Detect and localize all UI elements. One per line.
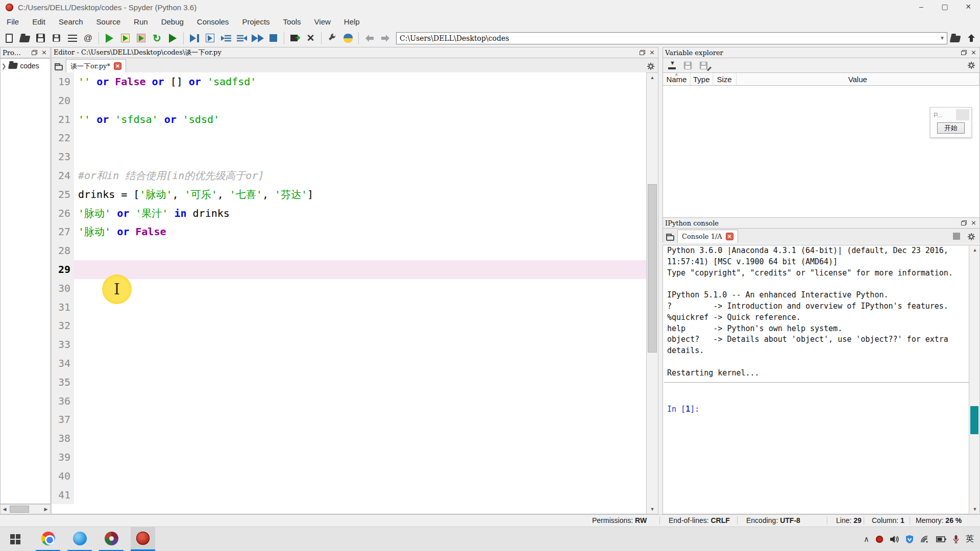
save-button[interactable]: [33, 31, 48, 46]
taskbar-app-blue[interactable]: [67, 527, 92, 551]
find-symbols-button[interactable]: @: [80, 31, 96, 46]
menu-view[interactable]: View: [308, 14, 337, 29]
run-file-button[interactable]: [102, 31, 117, 46]
menu-run[interactable]: Run: [127, 14, 155, 29]
new-file-button[interactable]: [1, 31, 17, 46]
taskbar-spyder-active[interactable]: [131, 527, 155, 551]
scroll-down-icon[interactable]: ▼: [647, 505, 658, 514]
maximize-pane-button[interactable]: ✕: [303, 31, 318, 46]
close-pane-icon[interactable]: ×: [649, 50, 655, 55]
back-button[interactable]: [361, 31, 377, 46]
editor-body[interactable]: 19'' or False or [] or 'sadfsd'2021'' or…: [51, 72, 646, 514]
menu-edit[interactable]: Edit: [26, 14, 52, 29]
variable-table-body[interactable]: [663, 86, 980, 217]
column-header-type[interactable]: Type: [691, 73, 713, 85]
save-all-button[interactable]: [48, 31, 64, 46]
close-pane-icon[interactable]: ×: [971, 50, 976, 55]
undock-icon[interactable]: [32, 50, 37, 55]
menu-debug[interactable]: Debug: [155, 14, 190, 29]
scroll-down-icon[interactable]: ▼: [969, 505, 980, 514]
variable-table-header[interactable]: Name∧TypeSizeValue: [663, 72, 980, 86]
browse-tabs-icon[interactable]: [666, 235, 674, 241]
console-tab[interactable]: Console 1/A ✕: [677, 230, 738, 243]
parent-directory-button[interactable]: [963, 31, 979, 46]
browse-tabs-icon[interactable]: [55, 65, 63, 70]
step-return-button[interactable]: [234, 31, 250, 46]
microphone-icon[interactable]: [953, 535, 959, 544]
variable-explorer-options-button[interactable]: [967, 61, 975, 69]
speaker-icon[interactable]: [890, 535, 899, 543]
console-scrollbar[interactable]: ▲ ▼: [969, 245, 980, 514]
start-button[interactable]: 开始: [937, 122, 965, 134]
run-cell-advance-button[interactable]: [133, 31, 149, 46]
scroll-thumb[interactable]: [10, 506, 29, 513]
menu-tools[interactable]: Tools: [277, 14, 308, 29]
taskbar-app-recorder[interactable]: [99, 527, 124, 551]
browse-directory-button[interactable]: [947, 31, 963, 46]
menu-consoles[interactable]: Consoles: [190, 14, 236, 29]
editor-tab[interactable]: 谈一下or.py* ✕: [66, 59, 126, 72]
new-window-button[interactable]: [287, 31, 303, 46]
close-tab-icon[interactable]: ✕: [114, 62, 121, 70]
maximize-button[interactable]: ▢: [933, 0, 957, 14]
file-switcher-button[interactable]: [64, 31, 80, 46]
undock-icon[interactable]: [961, 50, 967, 55]
debug-file-button[interactable]: [186, 31, 202, 46]
step-over-button[interactable]: [218, 31, 234, 46]
menu-search[interactable]: Search: [52, 14, 90, 29]
scroll-left-icon[interactable]: ◀: [1, 507, 9, 512]
interrupt-kernel-button[interactable]: [953, 233, 960, 240]
save-data-button[interactable]: [683, 61, 692, 70]
chevron-down-icon[interactable]: ▼: [940, 35, 945, 41]
rerun-cell-button[interactable]: ↻: [149, 31, 165, 46]
ime-indicator[interactable]: 英: [966, 534, 974, 544]
continue-button[interactable]: [250, 31, 265, 46]
project-tree[interactable]: ❯ codes: [0, 58, 51, 504]
close-tab-icon[interactable]: ✕: [726, 233, 733, 240]
scroll-right-icon[interactable]: ▶: [42, 507, 50, 512]
debug-cell-button[interactable]: [202, 31, 218, 46]
project-horizontal-scrollbar[interactable]: ◀ ▶: [0, 504, 51, 514]
pythonpath-button[interactable]: [340, 31, 356, 46]
scroll-thumb[interactable]: [648, 184, 657, 353]
network-icon[interactable]: [920, 535, 929, 543]
run-cell-button[interactable]: [117, 31, 133, 46]
scroll-up-icon[interactable]: ▲: [647, 73, 658, 82]
tray-expand-icon[interactable]: ∧: [864, 535, 869, 544]
chevron-right-icon[interactable]: ❯: [2, 63, 6, 69]
taskbar-chrome[interactable]: [36, 527, 60, 551]
column-header-value[interactable]: Value: [737, 73, 979, 85]
menu-file[interactable]: File: [0, 14, 26, 29]
minimize-button[interactable]: –: [910, 0, 933, 14]
close-button[interactable]: ✕: [957, 0, 980, 14]
close-pane-icon[interactable]: ×: [971, 220, 976, 226]
run-config-icon: [169, 34, 177, 43]
battery-icon[interactable]: [936, 536, 946, 542]
column-header-size[interactable]: Size: [713, 73, 737, 85]
close-pane-icon[interactable]: ×: [41, 50, 47, 55]
editor-vertical-scrollbar[interactable]: ▲ ▼: [646, 72, 658, 514]
undock-icon[interactable]: [961, 220, 967, 226]
editor-options-button[interactable]: [647, 62, 655, 70]
scroll-thumb[interactable]: [970, 406, 978, 434]
menu-help[interactable]: Help: [337, 14, 366, 29]
undock-icon[interactable]: [640, 50, 645, 55]
start-button[interactable]: [3, 527, 28, 551]
shield-icon[interactable]: [905, 535, 914, 544]
console-output[interactable]: Python 3.6.0 |Anaconda 4.3.1 (64-bit)| (…: [663, 245, 980, 514]
console-options-button[interactable]: [967, 233, 975, 241]
stop-debug-button[interactable]: [265, 31, 281, 46]
forward-button[interactable]: [377, 31, 393, 46]
menu-source[interactable]: Source: [90, 14, 128, 29]
scroll-up-icon[interactable]: ▲: [969, 245, 980, 255]
column-header-name[interactable]: Name∧: [663, 73, 691, 85]
import-data-button[interactable]: [668, 61, 676, 69]
recording-indicator-icon[interactable]: [876, 536, 883, 543]
preferences-button[interactable]: [324, 31, 340, 46]
open-file-button[interactable]: [17, 31, 33, 46]
save-data-as-button[interactable]: [699, 61, 708, 70]
project-item-codes[interactable]: ❯ codes: [1, 59, 50, 73]
working-directory-combo[interactable]: C:\Users\DELL\Desktop\codes ▼: [396, 32, 947, 44]
menu-projects[interactable]: Projects: [235, 14, 276, 29]
run-config-button[interactable]: [165, 31, 181, 46]
